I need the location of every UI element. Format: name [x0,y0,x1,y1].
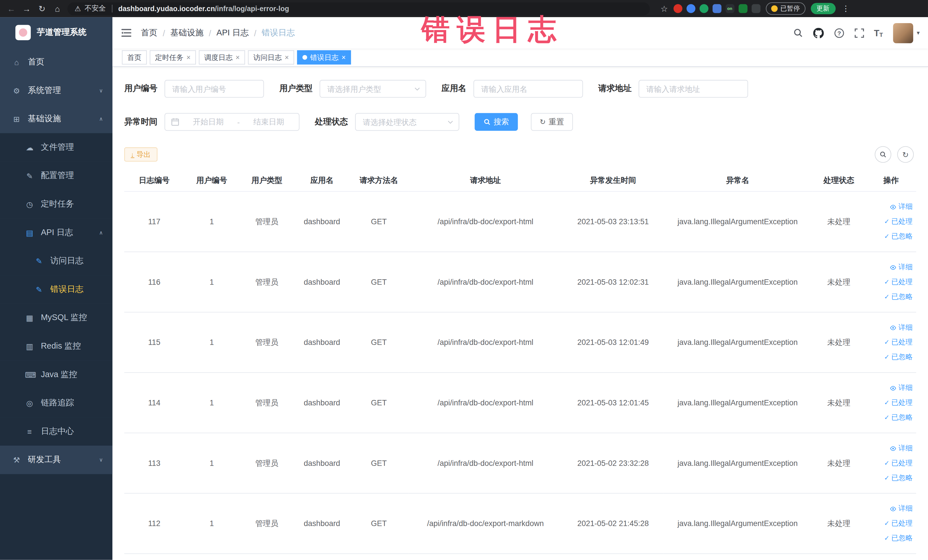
column-header: 用户类型 [240,170,295,191]
sidebar-item-config-mgmt[interactable]: ✎配置管理 [0,162,112,190]
extension-blue-grid[interactable] [712,4,721,13]
refresh-table-button[interactable]: ↻ [897,146,914,163]
extension-blue-drop[interactable] [686,4,695,13]
tab-error-log[interactable]: 错误日志× [297,50,351,64]
sidebar-item-system-mgmt[interactable]: ⚙系统管理∨ [0,76,112,105]
extension-red-circle[interactable] [673,4,682,13]
mark-ignored-link[interactable]: ✓已忽略 [868,289,913,304]
user-id-input[interactable] [165,81,263,97]
help-icon[interactable]: ? [833,27,844,38]
export-button[interactable]: ↓ 导出 [124,148,157,162]
mark-processed-link[interactable]: ✓已处理 [868,395,913,410]
log-icon: ▤ [25,228,34,237]
detail-link[interactable]: 详细 [868,501,913,516]
extension-dark-paw[interactable] [751,4,760,13]
breadcrumb-item[interactable]: 基础设施 [170,27,203,38]
search-icon[interactable] [793,28,803,38]
browser-menu-icon[interactable]: ⋮ [841,4,851,13]
detail-link[interactable]: 详细 [868,260,913,275]
toggle-search-button[interactable] [875,146,891,163]
table-cell: 管理员 [240,252,295,312]
close-icon[interactable]: × [285,53,289,62]
detail-link[interactable]: 详细 [868,381,913,395]
mark-processed-link[interactable]: ✓已处理 [868,335,913,350]
extension-green-leaf[interactable] [738,4,747,13]
home-icon[interactable]: ⌂ [52,4,63,13]
sidebar-item-home[interactable]: ⌂首页 [0,48,112,76]
app-logo[interactable]: 芋道管理系统 [0,17,112,48]
mark-processed-link[interactable]: ✓已处理 [868,516,913,531]
check-icon: ✓ [884,350,890,365]
fullscreen-icon[interactable] [855,28,864,38]
extension-on-badge[interactable]: on [725,4,734,13]
forward-icon[interactable]: → [21,4,32,13]
refresh-icon[interactable]: ↻ [37,4,47,13]
app-title: 芋道管理系统 [37,27,87,38]
sidebar-item-file-mgmt[interactable]: ☁文件管理 [0,133,112,162]
sidebar-item-mysql-monitor[interactable]: ▦MySQL 监控 [0,304,112,332]
mark-ignored-link[interactable]: ✓已忽略 [868,470,913,485]
address-bar[interactable]: ⚠ 不安全 dashboard.yudao.iocoder.cn/infra/l… [68,2,650,15]
back-icon[interactable]: ← [6,4,17,13]
request-url-input[interactable] [639,81,748,97]
reset-button[interactable]: ↻ 重置 [531,113,573,131]
table-cell: 1 [184,372,240,433]
sidebar-item-link-trace[interactable]: ◎链路追踪 [0,389,112,417]
tab-access-log[interactable]: 访问日志× [248,50,294,64]
table-cell: 2021-05-03 12:02:31 [563,252,664,312]
mark-ignored-link[interactable]: ✓已忽略 [868,350,913,365]
sidebar-item-dev-tools[interactable]: ⚒研发工具∨ [0,446,112,474]
tab-home[interactable]: 首页 [122,50,147,64]
close-icon[interactable]: × [236,53,240,62]
detail-link[interactable]: 详细 [868,320,913,335]
breadcrumb-item[interactable]: 首页 [141,27,157,38]
breadcrumb-item[interactable]: API 日志 [217,27,249,38]
detail-link[interactable]: 详细 [868,200,913,214]
mark-ignored-link[interactable]: ✓已忽略 [868,229,913,244]
close-icon[interactable]: × [186,53,191,62]
user-menu[interactable]: ▾ [893,23,920,43]
chevron-down-icon: ▾ [917,30,919,36]
tab-scheduled-job[interactable]: 定时任务× [150,50,196,64]
mark-processed-link[interactable]: ✓已处理 [868,214,913,229]
sidebar-item-java-monitor[interactable]: ⌨Java 监控 [0,360,112,389]
sidebar-item-error-log[interactable]: ✎错误日志 [0,275,112,304]
mark-ignored-link[interactable]: ✓已忽略 [868,531,913,546]
bookmark-star-icon[interactable]: ☆ [661,4,668,13]
github-icon[interactable] [813,27,824,38]
breadcrumb-separator: / [254,28,256,38]
table-cell: /api/infra/db-doc/export-markdown [408,493,563,554]
app-name-input[interactable] [474,81,583,97]
paused-badge[interactable]: 已暂停 [766,2,805,15]
table-cell: dashboard [295,493,350,554]
sidebar-item-access-log[interactable]: ✎访问日志 [0,247,112,275]
table-cell: 未处理 [812,433,866,493]
table-cell: /api/infra/db-doc/export-html [408,191,563,252]
filter-exception-time: 异常时间 开始日期 - 结束日期 [124,113,299,131]
mark-ignored-link[interactable]: ✓已忽略 [868,410,913,425]
date-range-picker[interactable]: 开始日期 - 结束日期 [165,113,299,131]
hamburger-icon[interactable] [121,29,131,37]
check-icon: ✓ [884,410,890,425]
browser-update-button[interactable]: 更新 [810,3,835,14]
sidebar-item-redis-monitor[interactable]: ▥Redis 监控 [0,332,112,360]
active-dot [302,55,307,60]
sidebar-item-scheduled-tasks[interactable]: ◷定时任务 [0,190,112,218]
font-size-icon[interactable]: TT [874,28,883,38]
check-icon: ✓ [884,214,890,229]
field-label: 请求地址 [598,84,631,94]
mark-processed-link[interactable]: ✓已处理 [868,456,913,470]
sidebar-item-infrastructure[interactable]: ⊞基础设施∧ [0,105,112,133]
security-label: 不安全 [84,3,106,14]
sidebar-item-api-log[interactable]: ▤API 日志∧ [0,218,112,247]
detail-link[interactable]: 详细 [868,441,913,456]
mark-processed-link[interactable]: ✓已处理 [868,275,913,290]
user-type-select[interactable] [320,81,425,97]
close-icon[interactable]: × [342,53,346,62]
process-status-select[interactable] [356,113,459,130]
extension-green-circle[interactable] [699,4,708,13]
eye-icon [890,445,897,452]
tab-job-log[interactable]: 调度日志× [199,50,245,64]
search-button[interactable]: 搜索 [475,113,518,131]
sidebar-item-log-center[interactable]: ≡日志中心 [0,417,112,446]
